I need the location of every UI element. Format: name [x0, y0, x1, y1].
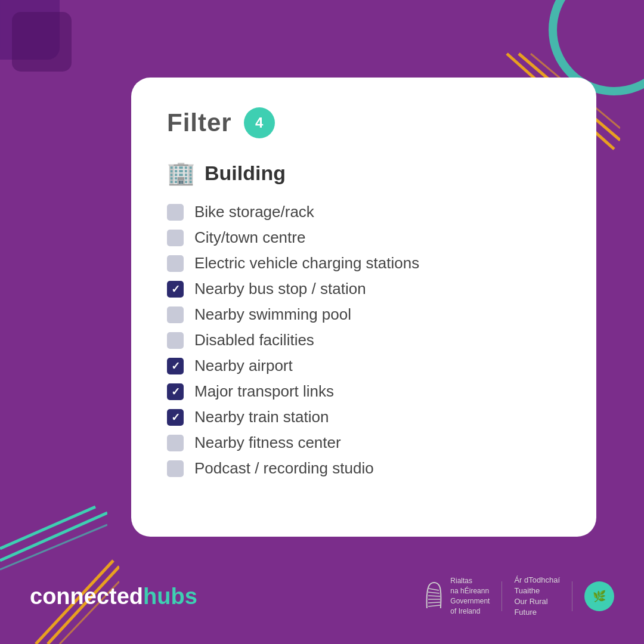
checkbox[interactable]: ✓	[167, 383, 184, 400]
rural-future-icon: 🌿	[584, 581, 614, 611]
filter-item[interactable]: Nearby swimming pool	[167, 305, 561, 324]
svg-text:🌿: 🌿	[593, 590, 606, 603]
filter-label: Nearby train station	[194, 408, 329, 426]
filter-item[interactable]: Podcast / recording studio	[167, 459, 561, 478]
top-left-decoration	[0, 0, 107, 95]
checkbox[interactable]	[167, 460, 184, 477]
filter-item[interactable]: ✓Major transport links	[167, 382, 561, 401]
logo-connected: onnected	[42, 584, 143, 609]
filter-label: Bike storage/rack	[194, 203, 314, 221]
checkbox[interactable]	[167, 204, 184, 221]
filter-label: Nearby swimming pool	[194, 305, 351, 324]
svg-rect-9	[0, 0, 60, 60]
filter-badge: 4	[244, 107, 275, 138]
filter-item[interactable]: Disabled facilities	[167, 331, 561, 349]
filter-item[interactable]: ✓Nearby airport	[167, 357, 561, 375]
checkbox[interactable]: ✓	[167, 358, 184, 374]
filter-item[interactable]: Bike storage/rack	[167, 203, 561, 221]
svg-line-3	[0, 507, 95, 549]
footer-divider	[501, 581, 502, 611]
svg-line-11	[429, 589, 439, 590]
filter-title: Filter	[167, 109, 232, 137]
filter-card: Filter 4 🏢 Building Bike storage/rackCit…	[131, 78, 596, 537]
filter-label: Nearby bus stop / station	[194, 280, 366, 298]
section-title: Building	[205, 162, 286, 185]
footer: connectedhubs Rialtas na hÉireann Govern…	[0, 549, 644, 644]
filter-label: Disabled facilities	[194, 331, 314, 349]
filter-list: Bike storage/rackCity/town centreElectri…	[167, 203, 561, 478]
section-heading: 🏢 Building	[167, 160, 561, 186]
harp-icon	[424, 581, 445, 611]
logo: connectedhubs	[30, 584, 197, 609]
svg-line-16	[428, 605, 440, 606]
filter-label: Nearby fitness center	[194, 434, 341, 452]
footer-divider-2	[572, 581, 572, 611]
svg-line-15	[428, 602, 440, 603]
filter-item[interactable]: ✓Nearby bus stop / station	[167, 280, 561, 298]
filter-item[interactable]: ✓Nearby train station	[167, 408, 561, 426]
filter-label: Major transport links	[194, 382, 334, 401]
filter-label: City/town centre	[194, 228, 305, 247]
checkbox[interactable]	[167, 230, 184, 246]
filter-label: Electric vehicle charging stations	[194, 254, 419, 273]
svg-line-13	[428, 596, 440, 596]
svg-line-12	[428, 592, 439, 593]
footer-logos: Rialtas na hÉireann Government of Irelan…	[424, 575, 614, 618]
filter-label: Nearby airport	[194, 357, 293, 375]
checkbox[interactable]	[167, 332, 184, 349]
filter-item[interactable]: Electric vehicle charging stations	[167, 254, 561, 273]
building-icon: 🏢	[167, 160, 195, 186]
checkbox[interactable]: ✓	[167, 281, 184, 298]
filter-header: Filter 4	[167, 107, 561, 138]
government-logo: Rialtas na hÉireann Government of Irelan…	[424, 576, 490, 616]
logo-hubs: hubs	[143, 584, 197, 609]
checkbox[interactable]: ✓	[167, 409, 184, 426]
ar-logo: Ár dTodhchaí Tuaithe Our Rural Future	[514, 575, 560, 618]
svg-rect-10	[12, 12, 72, 72]
filter-label: Podcast / recording studio	[194, 459, 374, 478]
checkbox[interactable]	[167, 255, 184, 272]
filter-item[interactable]: Nearby fitness center	[167, 434, 561, 452]
govt-text: Rialtas na hÉireann Government of Irelan…	[450, 576, 490, 616]
checkbox[interactable]	[167, 435, 184, 451]
filter-item[interactable]: City/town centre	[167, 228, 561, 247]
checkbox[interactable]	[167, 306, 184, 323]
